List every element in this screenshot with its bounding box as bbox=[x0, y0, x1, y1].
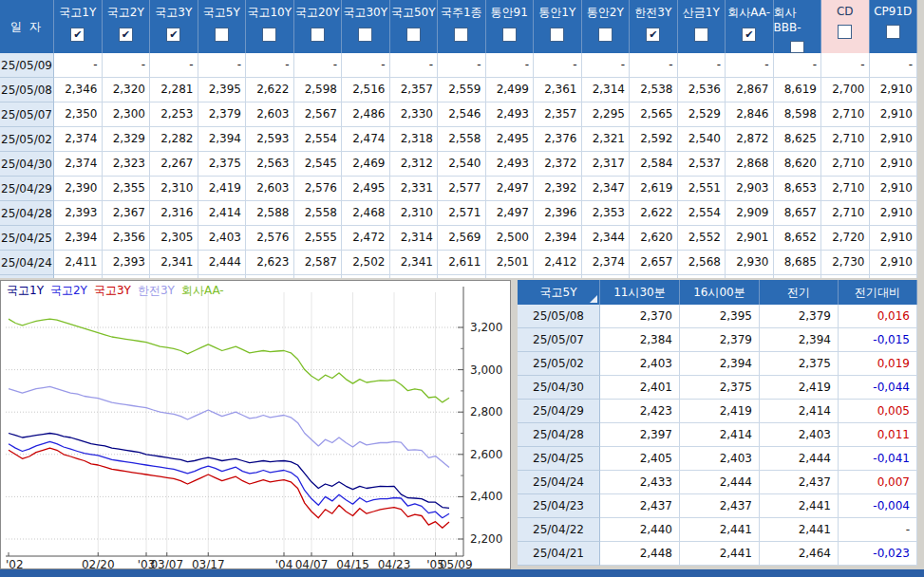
rate-cell: 2,437 bbox=[760, 471, 839, 494]
column-header-label: 국고3Y bbox=[155, 5, 192, 21]
rate-cell: 2,622 bbox=[630, 201, 678, 226]
column-header[interactable]: 통안91 bbox=[486, 0, 535, 53]
column-header[interactable]: 국고50Y bbox=[390, 0, 439, 53]
rate-cell: 2,394 bbox=[534, 226, 582, 251]
rate-cell: 2,441 bbox=[680, 542, 760, 566]
rate-cell: - bbox=[582, 53, 631, 78]
rate-cell: 2,554 bbox=[294, 127, 343, 152]
rate-cell: 2,588 bbox=[246, 201, 294, 226]
rate-cell: - bbox=[246, 53, 294, 78]
date-column-header: 일 자 bbox=[0, 0, 54, 53]
rate-cell: 2,390 bbox=[54, 177, 103, 201]
rate-cell: 2,501 bbox=[486, 251, 535, 275]
rate-cell: 2,558 bbox=[438, 127, 486, 152]
diff-cell: 0,016 bbox=[839, 305, 917, 328]
rate-cell: - bbox=[726, 53, 774, 78]
column-header[interactable]: 회사AA-✔ bbox=[726, 0, 774, 53]
rate-cell: 2,395 bbox=[680, 305, 760, 328]
rate-cell: 2,593 bbox=[246, 127, 294, 152]
rate-cell: 2,419 bbox=[198, 177, 247, 201]
rate-cell bbox=[678, 275, 726, 278]
rate-cell: 2,312 bbox=[390, 152, 439, 177]
column-header-label: 통안2Y bbox=[587, 5, 624, 21]
rate-cell: 2,846 bbox=[726, 102, 774, 127]
series-checkbox[interactable] bbox=[694, 28, 708, 42]
rate-cell: 2,910 bbox=[870, 177, 918, 201]
column-header-label: 국고10Y bbox=[247, 5, 292, 21]
column-header[interactable]: 국고30Y bbox=[342, 0, 390, 53]
column-header[interactable]: CP91D bbox=[870, 0, 918, 53]
rate-cell: 2,401 bbox=[600, 376, 680, 400]
column-header[interactable]: 회사BBB- bbox=[774, 0, 822, 53]
rate-cell: 2,598 bbox=[294, 78, 343, 102]
row-date: 25/05/09 bbox=[0, 53, 54, 78]
column-header[interactable]: 산금1Y bbox=[678, 0, 726, 53]
series-checkbox[interactable] bbox=[262, 28, 276, 42]
row-date: 25/04/30 bbox=[0, 152, 54, 177]
series-checkbox[interactable] bbox=[886, 25, 900, 39]
diff-cell: 0,007 bbox=[839, 471, 917, 494]
column-header[interactable]: 국주1종 bbox=[438, 0, 486, 53]
series-checkbox[interactable] bbox=[215, 28, 229, 42]
rate-cell: 2,472 bbox=[342, 226, 390, 251]
series-checkbox[interactable]: ✔ bbox=[742, 28, 756, 42]
rate-cell: 2,552 bbox=[678, 226, 726, 251]
y-axis-tick-label: 2,800 bbox=[470, 405, 502, 419]
x-axis-tick-label: 04/07 bbox=[295, 558, 329, 568]
series-checkbox[interactable] bbox=[358, 28, 372, 42]
column-header[interactable]: CD bbox=[821, 0, 870, 53]
series-checkbox[interactable] bbox=[454, 28, 468, 42]
rate-cell: 2,414 bbox=[680, 423, 760, 447]
rate-cell: 2,341 bbox=[390, 251, 439, 275]
series-checkbox[interactable] bbox=[838, 25, 852, 39]
diff-cell: -0,023 bbox=[839, 542, 917, 566]
column-header[interactable]: 통안1Y bbox=[534, 0, 582, 53]
column-header-label: 산금1Y bbox=[683, 5, 720, 21]
rate-cell: 2,444 bbox=[680, 471, 760, 494]
rate-cell: 2,361 bbox=[534, 78, 582, 102]
column-header[interactable]: 국고2Y✔ bbox=[103, 0, 151, 53]
rate-cell: 8,598 bbox=[774, 102, 822, 127]
column-header-label: 통안1Y bbox=[538, 5, 575, 21]
column-header[interactable]: 국고10Y bbox=[246, 0, 294, 53]
series-checkbox[interactable]: ✔ bbox=[166, 28, 180, 42]
rate-cell: 2,464 bbox=[760, 542, 839, 566]
row-date: 25/05/08 bbox=[0, 78, 54, 102]
rate-cell: 2,316 bbox=[150, 201, 198, 226]
column-header[interactable]: 국고3Y✔ bbox=[150, 0, 198, 53]
series-checkbox[interactable] bbox=[550, 28, 564, 42]
column-header[interactable]: 국고1Y✔ bbox=[54, 0, 103, 53]
detail-series-selector[interactable]: 국고5Y bbox=[518, 280, 600, 305]
column-header[interactable]: 한전3Y✔ bbox=[630, 0, 678, 53]
rate-cell: 2,367 bbox=[103, 201, 151, 226]
column-header[interactable]: 국고5Y bbox=[198, 0, 247, 53]
series-checkbox[interactable]: ✔ bbox=[646, 28, 660, 42]
daily-rates-body: 25/05/09------------------25/05/082,3462… bbox=[0, 53, 917, 278]
series-checkbox[interactable] bbox=[502, 28, 517, 42]
series-checkbox[interactable]: ✔ bbox=[70, 28, 85, 42]
rate-cell: 2,903 bbox=[726, 177, 774, 201]
rate-cell bbox=[294, 275, 343, 278]
rate-cell: 2,403 bbox=[198, 226, 247, 251]
rate-cell: 2,396 bbox=[534, 201, 582, 226]
series-checkbox[interactable] bbox=[406, 28, 421, 42]
daily-rates-table: 일 자 국고1Y✔국고2Y✔국고3Y✔국고5Y국고10Y국고20Y국고30Y국고… bbox=[0, 0, 917, 278]
rate-cell: 2,500 bbox=[486, 226, 535, 251]
rate-cell bbox=[150, 275, 198, 278]
column-header-label: 국주1종 bbox=[441, 5, 482, 21]
series-checkbox[interactable] bbox=[311, 28, 325, 42]
series-checkbox[interactable]: ✔ bbox=[119, 28, 133, 42]
rate-cell: 2,310 bbox=[150, 177, 198, 201]
rate-cell: 2,587 bbox=[294, 251, 343, 275]
series-checkbox[interactable] bbox=[598, 28, 613, 42]
rate-cell: 2,350 bbox=[54, 102, 103, 127]
column-header[interactable]: 국고20Y bbox=[294, 0, 343, 53]
rate-cell: 8,653 bbox=[774, 177, 822, 201]
rate-cell: 2,567 bbox=[294, 102, 343, 127]
chart-legend: 국고1Y국고2Y국고3Y한전3Y회사AA- bbox=[7, 283, 231, 299]
table-row: 25/05/09------------------ bbox=[0, 53, 917, 78]
table-row: 25/04/292,4232,4192,4140,005 bbox=[518, 400, 917, 423]
rate-cell: 2,910 bbox=[870, 78, 918, 102]
series-checkbox[interactable] bbox=[790, 41, 804, 53]
column-header[interactable]: 통안2Y bbox=[582, 0, 631, 53]
